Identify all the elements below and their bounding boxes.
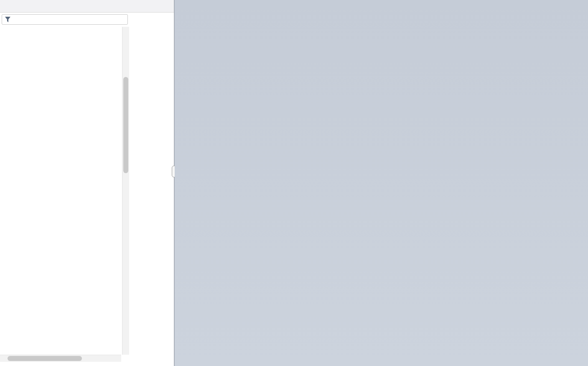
scroll-right-button[interactable] [115,355,121,362]
model-scene[interactable] [175,0,588,366]
vertical-scroll-thumb[interactable] [123,77,128,173]
solidworks-window [0,0,588,366]
scroll-up-button[interactable] [122,27,129,33]
horizontal-scroll-thumb[interactable] [8,356,82,361]
feature-tree[interactable] [0,27,122,355]
panel-toolbar [0,0,175,13]
feature-manager-panel [0,0,175,366]
tree-horizontal-scrollbar[interactable] [0,355,121,362]
scroll-down-button[interactable] [122,348,129,355]
graphics-viewport[interactable] [175,0,588,366]
feature-filter-box[interactable] [2,14,128,25]
scroll-left-button[interactable] [0,355,7,362]
tree-vertical-scrollbar[interactable] [122,27,129,355]
filter-funnel-icon [5,17,10,22]
